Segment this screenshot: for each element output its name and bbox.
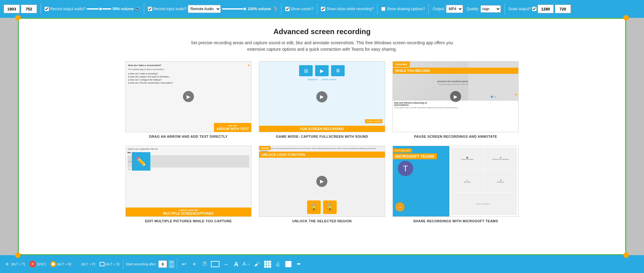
close-icon: ✕: [29, 261, 36, 267]
video-thumb-6[interactable]: T → 🎬 Screen Recording 🖥 Capture Active …: [393, 146, 519, 217]
lasso-button[interactable]: ⌖: [190, 260, 199, 268]
thumb-3-overlay-line1: Annotate: [393, 61, 410, 67]
thumb-4-edit-icon: ✏️: [132, 152, 150, 171]
arrow-button[interactable]: →: [221, 260, 230, 268]
grid-button[interactable]: [263, 260, 272, 268]
close-button[interactable]: ✕ [ESC]: [28, 259, 47, 269]
grid-item-4: 🖥 FullScreen: [484, 170, 517, 192]
scale-group: Scale output? 1280 720: [507, 5, 572, 13]
text-button[interactable]: A: [232, 260, 240, 268]
sep3: [281, 3, 282, 14]
input-volume-value: 100% volume: [248, 7, 271, 11]
show-clicks-group: Show clicks while recording?: [320, 7, 375, 11]
video-thumb-3[interactable]: process for medical specialists We are s…: [393, 61, 519, 132]
thumb-2-overlay-line2: FOR SCREEN RECORDING: [262, 127, 382, 131]
after-decrement-button[interactable]: −: [169, 264, 174, 268]
video-item-1: How do I take a screenshot? The easiest …: [125, 61, 252, 138]
thumb-3-bottom: Safe and efficient onboarding ofintermed…: [393, 100, 519, 132]
output-audio-group: Record output audio? 58% volume 🔊: [43, 6, 141, 11]
output-format-label: Output:: [433, 7, 444, 11]
scale-label: Scale output?: [508, 7, 531, 11]
thumb-2-icons: ⊞ ▶ 🖥: [259, 61, 385, 77]
thumb-5-overlay-line2: UNLOCK LOCK FUNCTION: [259, 152, 385, 158]
move-tool-button[interactable]: ✛ [ALT + T]: [2, 259, 26, 269]
rect-outline-icon: [211, 261, 219, 267]
audio-source-select[interactable]: Remote Audio Microphone System Audio: [188, 5, 221, 13]
thumb-1-content: How do I take a screenshot? The easiest …: [126, 61, 251, 87]
video-item-6: T → 🎬 Screen Recording 🖥 Capture Active …: [393, 146, 519, 223]
corner-handle-bl[interactable]: [15, 252, 21, 258]
corner-handle-br[interactable]: [623, 252, 629, 258]
show-cursor-checkbox[interactable]: [285, 7, 290, 11]
page-title-section: Advanced screen recording Set precise re…: [19, 19, 625, 57]
grid-item-3: 🖱 Start/Stop: [451, 170, 484, 192]
scale-width[interactable]: 1280: [538, 5, 554, 13]
thumb-3-play-icon[interactable]: ▶: [450, 91, 461, 102]
thumb-1-play-icon[interactable]: ▶: [183, 91, 194, 102]
thumb-6-overlay-line1: Connect with: [393, 148, 412, 152]
scale-checkbox[interactable]: [532, 7, 536, 11]
move-shortcut-label: [ALT + T]: [11, 262, 25, 266]
print-button[interactable]: [ALT + P]: [74, 260, 97, 268]
video-item-3: process for medical specialists We are s…: [393, 61, 519, 138]
thumb-4-overlay-line2: MULTIPLE SCREENCAPTURES: [128, 212, 249, 215]
input-audio-checkbox[interactable]: [148, 7, 152, 11]
show-clicks-label: Show clicks while recording?: [326, 7, 373, 11]
snap-button[interactable]: [ALT + S]: [98, 261, 121, 267]
video-thumb-1[interactable]: How do I take a screenshot? The easiest …: [125, 61, 252, 132]
bt-sep2: [177, 259, 177, 270]
thumb-2-labels: Selection Active screen: [259, 77, 385, 81]
undo-button[interactable]: ↩: [180, 260, 188, 268]
video-thumb-5[interactable]: continuing without. Hit remmen kwart dit…: [259, 146, 385, 217]
x-coord[interactable]: 1903: [4, 5, 20, 13]
pen-button[interactable]: ✒: [294, 260, 303, 268]
thumb-2-play-icon[interactable]: ▶: [316, 91, 327, 102]
corner-handle-tr[interactable]: [623, 15, 629, 21]
output-volume-slider[interactable]: [87, 8, 111, 10]
video-6-caption: SHARE RECORDINGS WITH MICROSOFT TEAMS: [413, 219, 498, 223]
text-arrow-button[interactable]: A→: [242, 260, 251, 268]
show-cursor-label: Show cursor?: [291, 7, 313, 11]
record-icon: [50, 261, 56, 267]
quality-select[interactable]: High Medium Low: [480, 5, 501, 13]
snap-icon: [100, 262, 105, 266]
video-item-2: ⊞ ▶ 🖥 Selection Active screen ▶ Three op…: [259, 61, 385, 138]
record-button[interactable]: [ALT + R]: [49, 260, 73, 268]
input-audio-group: Record input audio? Remote Audio Microph…: [147, 5, 279, 13]
thumb-1-overlay: Use the ARROW WITH TEXT: [214, 123, 251, 132]
rect-outline-button[interactable]: [211, 260, 219, 268]
grid-item-5: Share recordings or...: [451, 193, 517, 215]
video-thumb-4[interactable]: capture your application title bar We zi…: [125, 146, 252, 217]
video-1-caption: DRAG AN ARROW AND ADD TEXT DIRECTLY: [149, 135, 227, 138]
output-format-select[interactable]: MP4 AVI GIF: [446, 5, 463, 13]
grid-item-1: 🎬 Screen Recording: [451, 147, 484, 170]
timer-button[interactable]: ⏱: [200, 260, 209, 268]
thumb-5-overlay-line1: Handy: [259, 146, 270, 150]
thumb-6-grid: 🎬 Screen Recording 🖥 Capture Active Wind…: [449, 146, 519, 216]
thumb-6-overlay-line2: MICROSOFT TEAMS: [393, 153, 437, 159]
video-4-caption: EDIT MULTIPLE PICTURES WHILE YOU CAPTURE: [145, 219, 232, 223]
show-clicks-checkbox[interactable]: [321, 7, 325, 11]
scale-height[interactable]: 720: [555, 5, 571, 13]
quality-label: Quality:: [467, 7, 479, 11]
video-item-4: capture your application title bar We zi…: [125, 146, 252, 223]
after-increment-button[interactable]: +: [169, 260, 174, 264]
lock-closed-icon: 🔒: [307, 200, 321, 214]
teams-arrow-icon: →: [395, 202, 405, 212]
drop-button[interactable]: 💧: [274, 260, 282, 268]
y-coord[interactable]: 752: [21, 5, 37, 13]
thumb-5-play-icon[interactable]: ▶: [316, 176, 327, 187]
video-2-caption: GAME MODE: CAPTURE FULLSCREEN WITH SOUND: [276, 135, 368, 138]
after-value-box[interactable]: 0: [158, 260, 167, 268]
show-drawing-checkbox[interactable]: [381, 7, 385, 11]
corner-handle-tl[interactable]: [15, 15, 21, 21]
brush-button[interactable]: 🖌: [253, 260, 261, 268]
video-thumb-2[interactable]: ⊞ ▶ 🖥 Selection Active screen ▶ Three op…: [259, 61, 385, 132]
input-volume-slider[interactable]: [222, 8, 247, 10]
output-audio-checkbox[interactable]: [45, 7, 49, 11]
mic-icon: 🎙️: [272, 6, 278, 11]
square-filled-button[interactable]: [284, 260, 293, 268]
input-audio-label: Record input audio?: [153, 7, 186, 11]
sep7: [504, 3, 505, 14]
page-title: Advanced screen recording: [25, 27, 619, 36]
